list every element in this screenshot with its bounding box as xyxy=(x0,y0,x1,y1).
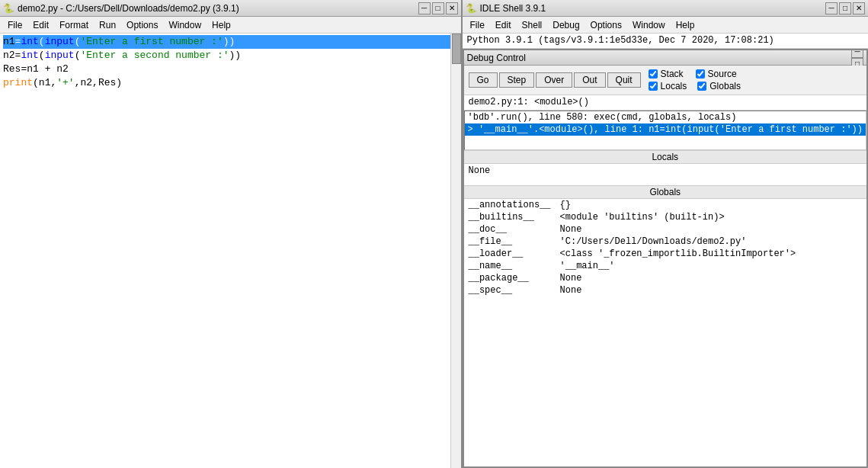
menu-file[interactable]: File xyxy=(3,18,27,32)
shell-title: IDLE Shell 3.9.1 xyxy=(480,3,546,14)
globals-area[interactable]: __annotations__{}__builtins__<module 'bu… xyxy=(464,199,866,466)
shell-menu-shell[interactable]: Shell xyxy=(517,18,547,32)
globals-row-4: __loader__<class '_frozen_importlib.Buil… xyxy=(464,248,866,260)
editor-menu-bar: File Edit Format Run Options Window Help xyxy=(0,17,461,34)
code-line-4: print(n1,'+',n2,Res) xyxy=(3,76,458,90)
debug-controls-row: Go Step Over Out Quit Stack Source xyxy=(464,66,866,95)
code-line-2: n2=int(input('Enter a second number :')) xyxy=(3,49,458,63)
callstack-item-1[interactable]: 'bdb'.run(), line 580: exec(cmd, globals… xyxy=(465,111,866,123)
globals-row-1: __builtins__<module 'builtins' (built-in… xyxy=(464,211,866,223)
debug-window: Debug Control ─ □ Go Step Over Out Quit xyxy=(463,49,868,468)
globals-key-0: __annotations__ xyxy=(464,199,556,211)
globals-value-3: 'C:/Users/Dell/Downloads/demo2.py' xyxy=(556,236,866,248)
globals-row-7: __spec__None xyxy=(464,284,866,297)
debug-minimize-btn[interactable]: ─ xyxy=(851,49,863,58)
globals-value-0: {} xyxy=(556,199,866,211)
locals-label-cb: Locals xyxy=(661,81,687,91)
globals-value-2: None xyxy=(556,223,866,236)
globals-section-header: Globals xyxy=(464,185,866,199)
menu-run[interactable]: Run xyxy=(94,18,120,32)
globals-value-7: None xyxy=(556,284,866,297)
globals-row-6: __package__None xyxy=(464,272,866,284)
callstack-area[interactable]: 'bdb'.run(), line 580: exec(cmd, globals… xyxy=(464,111,866,150)
shell-maximize-btn[interactable]: □ xyxy=(839,2,851,14)
globals-key-5: __name__ xyxy=(464,260,556,272)
shell-menu-edit[interactable]: Edit xyxy=(491,18,516,32)
menu-help[interactable]: Help xyxy=(207,18,235,32)
globals-key-1: __builtins__ xyxy=(464,211,556,223)
python-version-text: Python 3.9.1 (tags/v3.9.1:1e5d33e, Dec 7… xyxy=(467,35,774,46)
shell-menu-window[interactable]: Window xyxy=(628,18,670,32)
shell-minimize-btn[interactable]: ─ xyxy=(825,2,838,14)
globals-label-cb: Globals xyxy=(709,81,741,91)
python-version-bar: Python 3.9.1 (tags/v3.9.1:1e5d33e, Dec 7… xyxy=(463,34,868,49)
shell-menu-debug[interactable]: Debug xyxy=(548,18,584,32)
globals-table: __annotations__{}__builtins__<module 'bu… xyxy=(464,199,866,297)
debug-step-btn[interactable]: Step xyxy=(499,72,535,88)
menu-window[interactable]: Window xyxy=(164,18,206,32)
debug-over-btn[interactable]: Over xyxy=(536,72,572,88)
shell-menu-help[interactable]: Help xyxy=(671,18,700,32)
shell-menu-options[interactable]: Options xyxy=(586,18,626,32)
source-checkbox[interactable] xyxy=(696,69,705,79)
editor-close-btn[interactable]: ✕ xyxy=(446,2,458,14)
debug-title: Debug Control xyxy=(467,53,526,63)
editor-content[interactable]: n1=int(input('Enter a first number :')) … xyxy=(0,34,461,468)
globals-value-1: <module 'builtins' (built-in)> xyxy=(556,211,866,223)
globals-key-3: __file__ xyxy=(464,236,556,248)
callstack-item-2[interactable]: > '__main__'.<module>(), line 1: n1=int(… xyxy=(465,123,866,136)
globals-value-6: None xyxy=(556,272,866,284)
debug-location: demo2.py:1: <module>() xyxy=(464,95,866,111)
code-line-3: Res=n1 + n2 xyxy=(3,63,458,76)
editor-title: demo2.py - C:/Users/Dell/Downloads/demo2… xyxy=(18,3,239,14)
debug-location-text: demo2.py:1: <module>() xyxy=(469,97,589,107)
code-lines: n1=int(input('Enter a first number :')) … xyxy=(0,34,461,468)
globals-checkbox[interactable] xyxy=(697,82,706,91)
right-panel: 🐍 IDLE Shell 3.9.1 ─ □ ✕ File Edit Shell… xyxy=(463,0,868,468)
shell-menu-file[interactable]: File xyxy=(466,18,489,32)
locals-area[interactable]: None xyxy=(464,164,866,185)
debug-go-btn[interactable]: Go xyxy=(469,72,498,88)
menu-edit[interactable]: Edit xyxy=(28,18,53,32)
menu-options[interactable]: Options xyxy=(122,18,162,32)
debug-title-bar: Debug Control ─ □ xyxy=(464,50,866,66)
debug-out-btn[interactable]: Out xyxy=(574,72,605,88)
stack-checkbox-row: Stack Source xyxy=(649,69,741,79)
shell-title-bar: 🐍 IDLE Shell 3.9.1 ─ □ ✕ xyxy=(463,0,868,17)
globals-row-3: __file__'C:/Users/Dell/Downloads/demo2.p… xyxy=(464,236,866,248)
locals-checkbox[interactable] xyxy=(649,82,658,91)
globals-key-4: __loader__ xyxy=(464,248,556,260)
editor-panel: 🐍 demo2.py - C:/Users/Dell/Downloads/dem… xyxy=(0,0,463,468)
editor-title-bar: 🐍 demo2.py - C:/Users/Dell/Downloads/dem… xyxy=(0,0,461,17)
source-label: Source xyxy=(708,69,737,79)
editor-icon: 🐍 xyxy=(3,3,14,14)
globals-row-0: __annotations__{} xyxy=(464,199,866,211)
shell-menu-bar: File Edit Shell Debug Options Window Hel… xyxy=(463,17,868,34)
debug-quit-btn[interactable]: Quit xyxy=(607,72,641,88)
locals-section-header: Locals xyxy=(464,150,866,164)
debug-checkboxes: Stack Source Locals Globals xyxy=(649,69,741,91)
stack-label: Stack xyxy=(661,69,684,79)
globals-row-5: __name__'__main__' xyxy=(464,260,866,272)
editor-minimize-btn[interactable]: ─ xyxy=(418,2,431,14)
globals-key-6: __package__ xyxy=(464,272,556,284)
shell-close-btn[interactable]: ✕ xyxy=(853,2,865,14)
code-line-1: n1=int(input('Enter a first number :')) xyxy=(3,35,458,49)
globals-key-7: __spec__ xyxy=(464,284,556,297)
scrollbar-thumb[interactable] xyxy=(452,34,461,64)
globals-row-2: __doc__None xyxy=(464,223,866,236)
locals-checkbox-row: Locals Globals xyxy=(649,81,741,91)
shell-icon: 🐍 xyxy=(466,3,477,14)
globals-value-4: <class '_frozen_importlib.BuiltinImporte… xyxy=(556,248,866,260)
stack-checkbox[interactable] xyxy=(649,69,658,79)
globals-key-2: __doc__ xyxy=(464,223,556,236)
menu-format[interactable]: Format xyxy=(55,18,93,32)
editor-maximize-btn[interactable]: □ xyxy=(432,2,444,14)
editor-scrollbar[interactable] xyxy=(450,34,461,468)
locals-value: None xyxy=(464,164,866,178)
globals-value-5: '__main__' xyxy=(556,260,866,272)
